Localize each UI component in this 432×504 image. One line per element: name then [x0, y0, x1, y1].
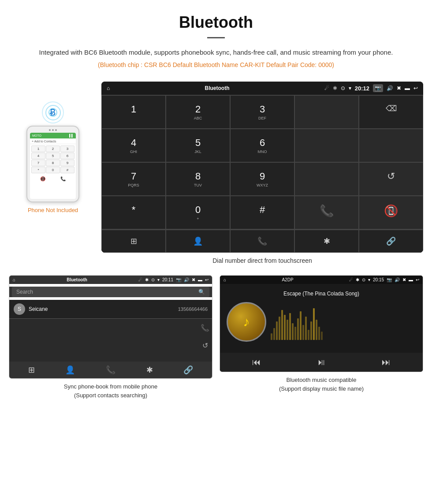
pb-vol-icon[interactable]: 🔊 — [184, 277, 189, 282]
phone-key-6[interactable]: 6 — [60, 153, 74, 159]
phone-key-8[interactable]: 8 — [46, 160, 60, 166]
phone-key-hash[interactable]: # — [60, 167, 74, 173]
dial-key-reload[interactable]: ↺ — [359, 162, 423, 196]
pb-bottom-link[interactable]: 🔗 — [183, 365, 193, 375]
phone-carrier: MOTO — [32, 134, 41, 137]
waveform-bar-1 — [271, 333, 272, 340]
dial-key-7[interactable]: 7PQRS — [101, 162, 166, 196]
phone-screen-header: MOTO ▌▌ — [30, 133, 76, 138]
dial-key-3[interactable]: 3DEF — [230, 95, 294, 129]
phone-key-5[interactable]: 5 — [46, 153, 60, 159]
pb-search-icon[interactable]: 🔍 — [198, 289, 205, 295]
music-prev-btn[interactable]: ⏮ — [252, 357, 261, 367]
dial-bottom-phone-icon[interactable]: 📞 — [230, 230, 294, 253]
waveform-bar-18 — [316, 320, 317, 340]
phonebook-caption: Sync phone-book from mobile phone (Suppo… — [64, 382, 157, 399]
pb-bottom-phone[interactable]: 📞 — [106, 365, 115, 375]
music-next-btn[interactable]: ⏭ — [382, 357, 391, 367]
dial-home-icon[interactable]: ⌂ — [107, 85, 110, 91]
pb-win-icon[interactable]: ▬ — [198, 277, 202, 282]
pb-bottom-bt[interactable]: ✱ — [146, 365, 153, 375]
waveform-bar-3 — [276, 321, 278, 340]
music-back-icon[interactable]: ↩ — [416, 277, 419, 282]
pb-bottom-grid[interactable]: ⊞ — [28, 365, 35, 375]
dial-close-icon[interactable]: ✖ — [397, 85, 401, 91]
dial-key-0[interactable]: 0+ — [166, 196, 230, 229]
dial-bottom-person-icon[interactable]: 👤 — [166, 230, 230, 253]
dial-key-4[interactable]: 4GHI — [101, 129, 166, 162]
dial-key-hash[interactable]: # — [230, 196, 294, 229]
pb-title: Bluetooth — [18, 277, 136, 282]
phone-call-btn[interactable]: 📞 — [60, 176, 66, 181]
dial-title: Bluetooth — [113, 85, 321, 91]
music-close-icon[interactable]: ✖ — [402, 277, 406, 282]
music-note-icon: ♪ — [243, 314, 250, 329]
phone-key-2[interactable]: 2 — [46, 146, 60, 152]
pb-search-bar[interactable]: Search 🔍 — [12, 287, 209, 297]
phone-frame: MOTO ▌▌ + Add to Contacts 1 2 3 4 5 6 7 … — [26, 126, 79, 202]
music-main: Escape (The Pina Colada Song) ♪ — [220, 284, 423, 353]
dial-key-empty-1 — [294, 95, 359, 129]
dial-key-empty-3 — [359, 129, 423, 162]
phone-key-7[interactable]: 7 — [31, 160, 45, 166]
waveform-bar-11 — [297, 318, 299, 340]
header-specs: (Bluetooth chip : CSR BC6 Default Blueto… — [26, 61, 406, 68]
dial-key-6[interactable]: 6MNO — [230, 129, 294, 162]
header-divider — [207, 37, 225, 38]
pb-time: 20:11 — [162, 277, 173, 282]
phone-key-3[interactable]: 3 — [60, 146, 74, 152]
phonebook-block: ⌂ Bluetooth ☄ ✱ ⊙ ▾ 20:11 📷 🔊 ✖ ▬ ↩ Sear… — [9, 275, 212, 399]
pb-contact-row[interactable]: S Seicane 13566664466 — [9, 300, 212, 319]
music-home-icon[interactable]: ⌂ — [223, 277, 226, 282]
dial-bottom-link-icon[interactable]: 🔗 — [359, 230, 423, 253]
phone-key-star[interactable]: * — [31, 167, 45, 173]
phone-contact-label: + Add to Contacts — [30, 138, 76, 144]
music-vol-icon[interactable]: 🔊 — [395, 277, 400, 282]
dial-key-5[interactable]: 5JKL — [166, 129, 230, 162]
dial-window-icon[interactable]: ▬ — [405, 85, 410, 91]
pb-signal-icon: ▾ — [157, 277, 160, 282]
music-play-btn[interactable]: ⏯ — [317, 357, 326, 367]
pb-back-icon[interactable]: ↩ — [205, 277, 209, 282]
music-win-icon[interactable]: ▬ — [409, 277, 413, 282]
dial-key-backspace[interactable]: ⌫ — [359, 95, 423, 129]
phone-keypad: 1 2 3 4 5 6 7 8 9 * 0 # — [30, 144, 76, 175]
dial-back-icon[interactable]: ↩ — [413, 85, 418, 91]
music-time: 20:15 — [373, 277, 384, 282]
dial-bottom-grid-icon[interactable]: ⊞ — [101, 230, 166, 253]
dial-keypad-grid: 1 2ABC 3DEF ⌫ 4GHI 5JKL 6MNO 7PQRS 8TUV … — [101, 95, 423, 229]
dial-vol-icon[interactable]: 🔊 — [387, 85, 393, 91]
dial-key-9[interactable]: 9WXYZ — [230, 162, 294, 196]
music-signal-icon: ▾ — [368, 277, 370, 282]
music-camera-icon[interactable]: 📷 — [387, 277, 392, 282]
dial-bt-icon: ✱ — [333, 85, 337, 91]
music-album-art: ♪ — [227, 302, 266, 342]
dial-key-2[interactable]: 2ABC — [166, 95, 230, 129]
dial-key-1[interactable]: 1 — [101, 95, 166, 129]
dial-key-star[interactable]: * — [101, 196, 166, 229]
pb-home-icon[interactable]: ⌂ — [13, 277, 15, 282]
music-bt-icon: ✱ — [356, 277, 359, 282]
pb-camera-icon[interactable]: 📷 — [176, 277, 181, 282]
waveform-bar-16 — [310, 321, 312, 340]
dial-key-end[interactable]: 📵 — [359, 196, 423, 229]
pb-close-icon[interactable]: ✖ — [192, 277, 195, 282]
pb-action-call[interactable]: 📞 — [201, 324, 209, 332]
phone-key-0[interactable]: 0 — [46, 167, 60, 173]
phone-key-1[interactable]: 1 — [31, 146, 45, 152]
phone-key-4[interactable]: 4 — [31, 153, 45, 159]
dial-camera-icon[interactable]: 📷 — [373, 84, 383, 92]
pb-bottom-person[interactable]: 👤 — [65, 365, 75, 375]
dial-key-8[interactable]: 8TUV — [166, 162, 230, 196]
waveform-bar-4 — [279, 317, 280, 340]
phonebook-frame: ⌂ Bluetooth ☄ ✱ ⊙ ▾ 20:11 📷 🔊 ✖ ▬ ↩ Sear… — [9, 275, 212, 379]
pb-action-reload[interactable]: ↺ — [202, 341, 208, 350]
dial-bottom-bt-icon[interactable]: ✱ — [294, 230, 359, 253]
dial-key-call[interactable]: 📞 — [294, 196, 359, 229]
phonebook-caption-line1: Sync phone-book from mobile phone — [64, 383, 157, 390]
music-song-title: Escape (The Pina Colada Song) — [283, 291, 359, 297]
pb-search-placeholder: Search — [16, 289, 33, 295]
phone-dot-1 — [49, 129, 51, 131]
phone-key-9[interactable]: 9 — [60, 160, 74, 166]
phone-end-btn[interactable]: 📵 — [40, 176, 45, 181]
